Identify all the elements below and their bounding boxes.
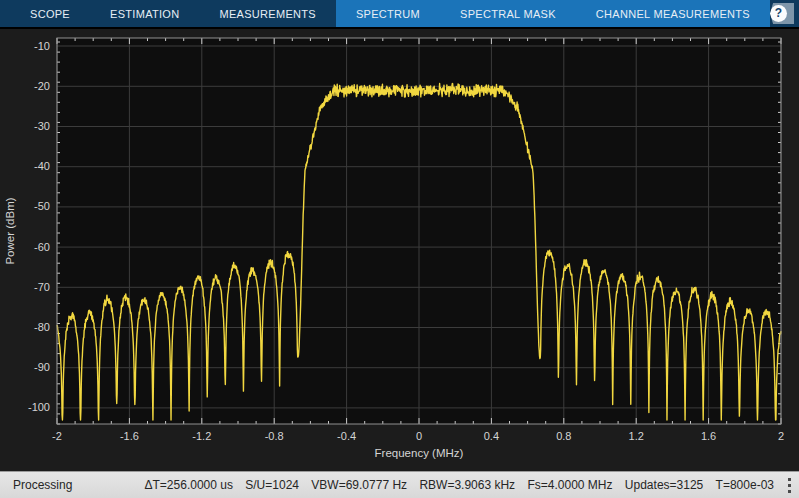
y-axis-label: Power (dBm)	[4, 197, 16, 264]
stat-vbw: VBW=69.0777 Hz	[311, 478, 407, 492]
kebab-vertical-icon[interactable]	[782, 472, 796, 498]
svg-text:-10: -10	[34, 40, 50, 52]
spectrum-analyzer-window: SCOPE ESTIMATION MEASUREMENTS SPECTRUM S…	[0, 0, 799, 498]
tab-group-active: SPECTRUM SPECTRAL MASK CHANNEL MEASUREME…	[336, 0, 770, 27]
tab-estimation[interactable]: ESTIMATION	[90, 0, 199, 27]
stat-fs: Fs=4.0000 MHz	[527, 478, 612, 492]
svg-text:1.6: 1.6	[701, 430, 716, 442]
svg-text:-30: -30	[34, 120, 50, 132]
stat-time: T=800e-03	[716, 478, 774, 492]
stat-rbw: RBW=3.9063 kHz	[419, 478, 515, 492]
tab-group: SCOPE ESTIMATION MEASUREMENTS	[10, 0, 336, 27]
tab-scope[interactable]: SCOPE	[10, 0, 90, 27]
svg-text:0.8: 0.8	[556, 430, 571, 442]
svg-text:-100: -100	[28, 401, 50, 413]
tab-spectral-mask[interactable]: SPECTRAL MASK	[440, 0, 576, 27]
stat-samples-per-update: S/U=1024	[245, 478, 299, 492]
svg-text:-50: -50	[34, 200, 50, 212]
svg-text:-20: -20	[34, 80, 50, 92]
svg-text:-40: -40	[34, 160, 50, 172]
svg-text:-1.6: -1.6	[120, 430, 139, 442]
svg-text:1.2: 1.2	[629, 430, 644, 442]
svg-text:-80: -80	[34, 321, 50, 333]
status-measurements: ΔT=256.0000 us S/U=1024 VBW=69.0777 Hz R…	[136, 478, 774, 492]
question-mark-icon: ?	[770, 5, 787, 22]
stat-updates: Updates=3125	[625, 478, 703, 492]
svg-text:2: 2	[778, 430, 784, 442]
spectrum-plot-canvas[interactable]: -2-1.6-1.2-0.8-0.400.40.81.21.62-10-20-3…	[0, 29, 799, 471]
tab-spectrum[interactable]: SPECTRUM	[336, 0, 440, 27]
svg-text:-70: -70	[34, 281, 50, 293]
svg-text:-1.2: -1.2	[192, 430, 211, 442]
svg-text:-0.4: -0.4	[337, 430, 356, 442]
svg-text:-0.8: -0.8	[265, 430, 284, 442]
svg-text:-2: -2	[52, 430, 62, 442]
toolstrip: SCOPE ESTIMATION MEASUREMENTS SPECTRUM S…	[0, 0, 799, 29]
plot-region: -2-1.6-1.2-0.8-0.400.40.81.21.62-10-20-3…	[0, 29, 799, 471]
svg-text:0: 0	[416, 430, 422, 442]
tab-measurements[interactable]: MEASUREMENTS	[199, 0, 336, 27]
svg-text:-60: -60	[34, 241, 50, 253]
stat-delta-t: ΔT=256.0000 us	[145, 478, 233, 492]
svg-text:-90: -90	[34, 361, 50, 373]
status-bar: Processing ΔT=256.0000 us S/U=1024 VBW=6…	[0, 471, 799, 498]
help-button[interactable]: ?	[770, 3, 794, 24]
tab-channel-measurements[interactable]: CHANNEL MEASUREMENTS	[576, 0, 770, 27]
status-processing-label: Processing	[13, 478, 72, 492]
x-axis-label: Frequency (MHz)	[375, 447, 464, 459]
svg-text:0.4: 0.4	[484, 430, 499, 442]
